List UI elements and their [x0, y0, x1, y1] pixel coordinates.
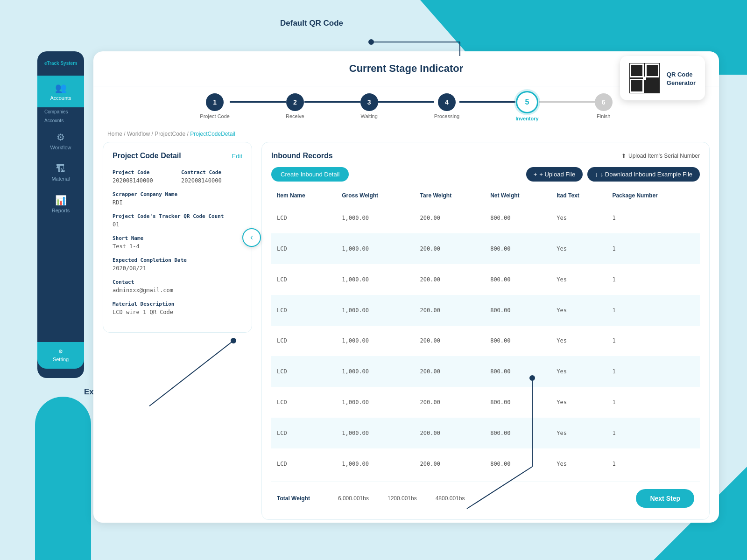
tracker-label: Project Code's Tracker QR Code Count	[113, 213, 242, 219]
qr-label: QR Code Generator	[667, 70, 696, 86]
sidebar-item-accounts[interactable]: 👥 Accounts	[37, 76, 84, 107]
cell-package: 1	[606, 326, 700, 357]
short-name-label: Short Name	[113, 235, 242, 241]
sidebar-item-label: Material	[51, 176, 70, 182]
next-step-button[interactable]: Next Step	[636, 489, 694, 508]
cell-tare: 200.00	[415, 326, 485, 357]
cell-tare: 200.00	[415, 203, 485, 233]
table-row: LCD 1,000.00 200.00 800.00 Yes 1	[271, 203, 700, 233]
footer-net: 4800.001bs	[436, 495, 465, 502]
tracker-field: Project Code's Tracker QR Code Count 01	[113, 213, 242, 228]
cell-tare: 200.00	[415, 448, 485, 479]
inbound-header: Inbound Records ⬆ Upload Item's Serial N…	[271, 152, 700, 160]
sidebar-logo: eTrack System	[44, 61, 77, 66]
sidebar-item-setting[interactable]: ⚙ Setting	[37, 342, 84, 369]
cell-net: 800.00	[485, 356, 551, 387]
stage-label-5: Inventory	[515, 116, 539, 121]
breadcrumb-detail[interactable]: ProjectCodeDetail	[190, 131, 235, 137]
create-inbound-button[interactable]: Create Inbound Detail	[271, 167, 349, 182]
contract-code-value: 202008140000	[181, 177, 242, 184]
material-icon: 🏗	[56, 163, 65, 174]
footer-tare: 1200.001bs	[388, 495, 417, 502]
upload-file-button[interactable]: + + Upload File	[526, 167, 583, 182]
stage-line-1	[230, 101, 286, 103]
accounts-icon: 👥	[55, 82, 67, 93]
col-item-name: Item Name	[271, 189, 336, 203]
sidebar-item-workflow[interactable]: ⚙ Workflow	[37, 125, 84, 157]
cell-item: LCD	[271, 203, 336, 233]
contract-code-field: Contract Code 202008140000	[181, 169, 242, 184]
project-code-value: 202008140000	[113, 177, 174, 184]
stage-step-5: 5 Inventory	[515, 91, 539, 121]
cell-itad: Yes	[551, 448, 606, 479]
upload-icon: ⬆	[621, 153, 626, 159]
download-example-button[interactable]: ↓ ↓ Download Inbound Example File	[587, 167, 700, 182]
edit-button[interactable]: Edit	[232, 153, 242, 160]
qr-code-image	[629, 63, 660, 93]
cell-itad: Yes	[551, 264, 606, 295]
sidebar-item-label: Accounts	[50, 95, 71, 101]
breadcrumb: Home / Workflow / ProjectCode / ProjectC…	[93, 131, 719, 142]
cell-item: LCD	[271, 233, 336, 264]
cell-item: LCD	[271, 418, 336, 448]
material-value: LCD wire 1 QR Code	[113, 309, 242, 315]
tracker-value: 01	[113, 221, 242, 228]
table-row: LCD 1,000.00 200.00 800.00 Yes 1	[271, 387, 700, 418]
sidebar-sub-accounts: Companies Accounts	[37, 107, 84, 125]
cell-gross: 1,000.00	[336, 326, 414, 357]
stage-step-1: 1 Project Code	[200, 93, 230, 119]
sidebar-sub-companies[interactable]: Companies	[37, 107, 84, 116]
cell-package: 1	[606, 448, 700, 479]
table-footer: Total Weight 6,000.001bs 1200.001bs 4800…	[271, 482, 700, 510]
stage-step-4: 4 Processing	[434, 93, 459, 119]
stage-label-3: Waiting	[361, 113, 378, 119]
collapse-button[interactable]: ‹	[242, 228, 261, 247]
project-code-field: Project Code 202008140000	[113, 169, 174, 184]
detail-grid-top: Project Code 202008140000 Contract Code …	[113, 169, 242, 184]
cell-itad: Yes	[551, 387, 606, 418]
stage-title: Current Stage Indicator	[307, 63, 506, 75]
scrapper-value: RDI	[113, 199, 242, 206]
cell-net: 800.00	[485, 295, 551, 326]
cell-net: 800.00	[485, 233, 551, 264]
table-row: LCD 1,000.00 200.00 800.00 Yes 1	[271, 264, 700, 295]
cell-net: 800.00	[485, 326, 551, 357]
upload-serial-button[interactable]: ⬆ Upload Item's Serial Number	[621, 153, 700, 159]
cell-tare: 200.00	[415, 356, 485, 387]
contact-label: Contact	[113, 279, 242, 285]
inbound-panel: Inbound Records ⬆ Upload Item's Serial N…	[261, 142, 710, 520]
contact-value: adminxxx@gmail.com	[113, 287, 242, 294]
stage-step-3: 3 Waiting	[360, 93, 378, 119]
contact-field: Contact adminxxx@gmail.com	[113, 279, 242, 294]
scrapper-field: Scrapper Company Name RDI	[113, 191, 242, 206]
cell-item: LCD	[271, 356, 336, 387]
stage-circle-6: 6	[595, 93, 613, 111]
cell-itad: Yes	[551, 418, 606, 448]
sidebar-setting-label: Setting	[53, 357, 69, 362]
cell-tare: 200.00	[415, 264, 485, 295]
sidebar-item-reports[interactable]: 📊 Reports	[37, 188, 84, 220]
cell-net: 800.00	[485, 387, 551, 418]
sidebar-item-material[interactable]: 🏗 Material	[37, 157, 84, 188]
cell-item: LCD	[271, 295, 336, 326]
cell-package: 1	[606, 203, 700, 233]
table-row: LCD 1,000.00 200.00 800.00 Yes 1	[271, 326, 700, 357]
col-tare-weight: Tare Weight	[415, 189, 485, 203]
cell-tare: 200.00	[415, 233, 485, 264]
inbound-table: Item Name Gross Weight Tare Weight Net W…	[271, 189, 700, 479]
annotation-qr-title: Default QR Code	[280, 19, 343, 28]
plus-icon: +	[534, 171, 537, 178]
cell-itad: Yes	[551, 203, 606, 233]
stage-circle-2: 2	[286, 93, 304, 111]
cell-package: 1	[606, 264, 700, 295]
sidebar-sub-accounts-item[interactable]: Accounts	[37, 116, 84, 125]
cell-gross: 1,000.00	[336, 203, 414, 233]
cell-item: LCD	[271, 387, 336, 418]
content-row: Project Code Detail Edit Project Code 20…	[93, 142, 719, 523]
col-package-number: Package Number	[606, 189, 700, 203]
sidebar: eTrack System 👥 Accounts Companies Accou…	[37, 51, 84, 378]
footer-label: Total Weight	[277, 495, 310, 502]
stage-label-2: Receive	[286, 113, 304, 119]
stage-circle-3: 3	[360, 93, 378, 111]
cell-net: 800.00	[485, 203, 551, 233]
